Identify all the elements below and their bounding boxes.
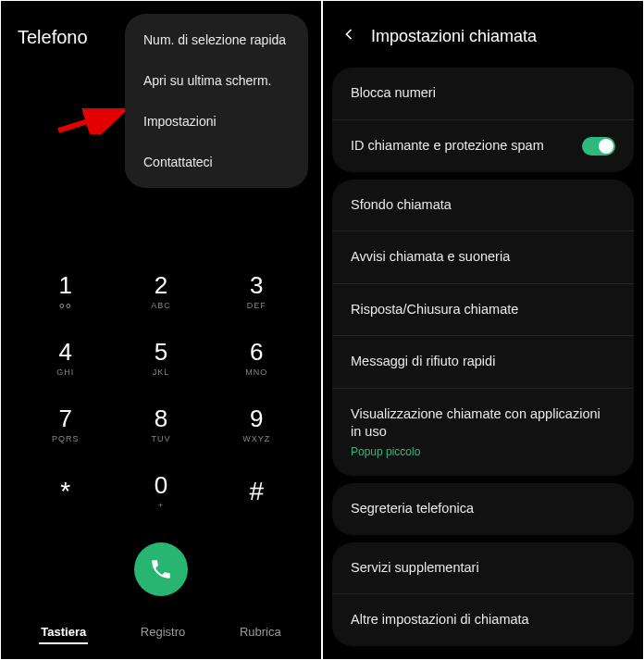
item-supplementary[interactable]: Servizi supplementari [332,542,634,595]
item-other-settings[interactable]: Altre impostazioni di chiamata [332,594,634,646]
key-0[interactable]: 0+ [113,458,208,525]
annotation-arrow [56,108,129,138]
key-5[interactable]: 5JKL [113,325,208,392]
item-alerts-ringtone[interactable]: Avvisi chiamata e suoneria [332,231,634,284]
settings-group-4: Servizi supplementari Altre impostazioni… [332,542,634,646]
page-title: Impostazioni chiamata [371,27,537,46]
key-8[interactable]: 8TUV [113,392,208,458]
key-1[interactable]: 1ᴏᴏ [18,258,113,325]
item-call-background[interactable]: Sfondo chiamata [332,180,634,232]
settings-group-1: Blocca numeri ID chiamante e protezione … [332,68,634,172]
key-6[interactable]: 6MNO [209,325,304,392]
tab-contacts[interactable]: Rubrica [238,621,283,644]
item-caller-id-spam[interactable]: ID chiamante e protezione spam [332,120,634,172]
dial-keypad: 1ᴏᴏ 2ABC 3DEF 4GHI 5JKL 6MNO 7PQRS 8TUV … [1,258,321,525]
item-voicemail[interactable]: Segreteria telefonica [332,483,634,535]
key-2[interactable]: 2ABC [113,258,208,325]
menu-speed-dial[interactable]: Num. di selezione rapida [125,19,308,60]
item-quick-reject[interactable]: Messaggi di rifiuto rapidi [332,336,634,389]
settings-group-3: Segreteria telefonica [332,483,634,535]
settings-group-2: Sfondo chiamata Avvisi chiamata e suoner… [332,180,634,477]
key-3[interactable]: 3DEF [209,258,304,325]
tab-keypad[interactable]: Tastiera [39,621,88,644]
key-star[interactable]: * [18,458,113,525]
menu-last-screen[interactable]: Apri su ultima scherm. [125,60,308,101]
call-button[interactable] [134,542,188,596]
call-settings-screen: Impostazioni chiamata Blocca numeri ID c… [323,1,643,659]
item-answer-end[interactable]: Risposta/Chiusura chiamate [332,284,634,337]
settings-header: Impostazioni chiamata [323,1,643,60]
menu-contact-us[interactable]: Contattateci [125,142,308,182]
back-icon[interactable] [340,25,358,47]
overflow-menu: Num. di selezione rapida Apri su ultima … [125,14,308,188]
svg-line-1 [58,112,118,131]
bottom-tabs: Tastiera Registro Rubrica [1,621,321,644]
key-hash[interactable]: # [209,458,304,525]
item-block-numbers[interactable]: Blocca numeri [332,68,634,120]
key-7[interactable]: 7PQRS [18,392,113,458]
tab-log[interactable]: Registro [139,621,187,644]
key-4[interactable]: 4GHI [18,325,113,392]
item-subtext: Popup piccolo [351,444,606,459]
item-call-display-apps[interactable]: Visualizzazione chiamate con applicazion… [332,389,634,476]
privacy-section-label: Privacy [323,654,643,659]
toggle-caller-id[interactable] [582,137,615,156]
phone-icon [149,557,173,581]
phone-dialer-screen: Telefono Num. di selezione rapida Apri s… [1,1,321,659]
key-9[interactable]: 9WXYZ [209,392,304,458]
menu-settings[interactable]: Impostazioni [125,101,308,142]
